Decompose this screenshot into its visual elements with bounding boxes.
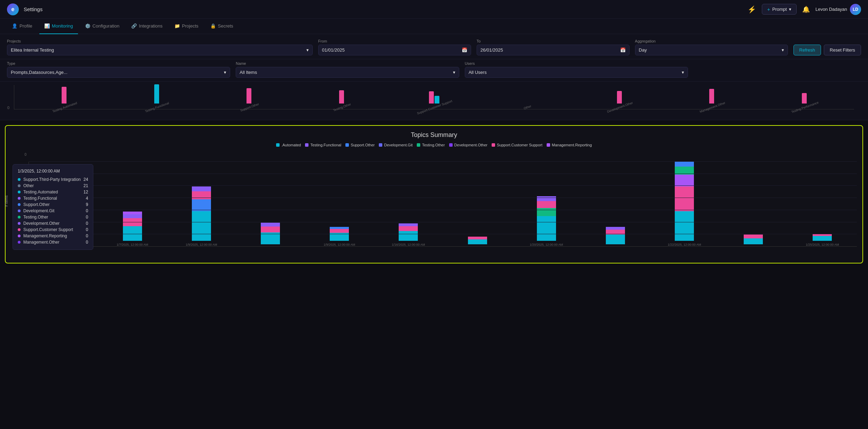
tooltip-dot — [18, 178, 21, 181]
bar-segment-magenta — [802, 93, 807, 104]
bar-stack — [247, 83, 251, 104]
profile-icon: 👤 — [12, 23, 17, 29]
users-select[interactable]: All Users ▾ — [465, 67, 688, 78]
nav-label-monitoring: Monitoring — [52, 23, 73, 29]
bar-group-other: Other — [480, 83, 573, 109]
bar-segment — [744, 238, 763, 244]
chevron-down-icon: ▾ — [789, 7, 791, 12]
refresh-button[interactable]: Refresh — [793, 45, 821, 55]
legend-label: Management.Reporting — [552, 143, 592, 147]
bar-segment-magenta — [429, 91, 434, 104]
legend-label: Support.Customer Support — [497, 143, 542, 147]
name-select[interactable]: All Items ▾ — [236, 67, 459, 78]
legend-color — [305, 143, 308, 147]
user-info[interactable]: Levon Dadayan LD — [815, 4, 861, 15]
to-label: To — [477, 39, 630, 43]
tooltip-item-name: Testing.Functional — [23, 196, 83, 201]
tooltip-row: Support.Third-Party Integration 24 — [18, 176, 88, 183]
nav-item-integrations[interactable]: 🔗 Integrations — [126, 19, 167, 34]
tooltip-item-name: Development.Other — [23, 221, 83, 226]
tooltip-dot — [18, 228, 21, 231]
bar-segment — [675, 175, 694, 186]
bar-segment-magenta — [617, 91, 622, 104]
nav-item-monitoring[interactable]: 📊 Monitoring — [39, 19, 78, 34]
bar-segment — [813, 236, 832, 241]
tooltip-dot — [18, 184, 21, 187]
tooltip-dot — [18, 209, 21, 212]
type-filter: Type Prompts,Datasources,Age... ▾ — [7, 61, 230, 78]
tooltip-row: Management.Other 0 — [18, 239, 88, 245]
bar-segment — [675, 186, 694, 211]
bar-segment — [537, 201, 556, 208]
bar-label: Other — [523, 104, 532, 110]
projects-value: Elitea Internal Testing — [11, 47, 54, 53]
chart-bar-group — [240, 223, 302, 246]
aggregation-select[interactable]: Day ▾ — [635, 45, 788, 55]
type-label: Type — [7, 61, 230, 66]
header: e Settings ⚡ + Prompt ▾ 🔔 Levon Dadayan … — [0, 0, 868, 19]
prompt-label: Prompt — [772, 7, 787, 12]
x-axis-label: 1/20/2025, 12:00:00 AM — [530, 243, 563, 246]
nav-item-projects[interactable]: 📁 Projects — [170, 19, 203, 34]
monitoring-icon: 📊 — [44, 23, 50, 29]
type-select[interactable]: Prompts,Datasources,Age... ▾ — [7, 67, 230, 78]
bar-group-testing-perf: Testing.Performance — [758, 83, 851, 109]
stacked-bar — [606, 227, 625, 244]
name-filter: Name All Items ▾ — [236, 61, 459, 78]
tooltip-dot — [18, 191, 21, 193]
projects-select[interactable]: Elitea Internal Testing ▾ — [7, 45, 313, 55]
tooltip-row: Development.Git 0 — [18, 208, 88, 214]
chart-bar-group: 1/16/2025, 12:00:00 AM — [377, 223, 439, 246]
bar-segment-magenta — [62, 87, 67, 104]
tooltip-dot — [18, 216, 21, 219]
tooltip-item-value: 0 — [86, 227, 88, 232]
tooltip-item-name: Development.Git — [23, 208, 83, 213]
stacked-bar — [123, 212, 142, 241]
legend-item-customer-support: Support.Customer Support — [492, 143, 542, 147]
tooltip-item-name: Support.Other — [23, 202, 83, 207]
chart-bar-group — [584, 227, 646, 246]
name-label: Name — [236, 61, 459, 66]
notification-icon[interactable]: 🔔 — [802, 6, 810, 13]
bar-segment — [537, 216, 556, 241]
nav-label-integrations: Integrations — [139, 23, 163, 29]
tooltip-item-name: Testing.Automated — [23, 190, 81, 194]
legend-label: Testing.Other — [422, 143, 445, 147]
bar-segment — [123, 226, 142, 241]
from-input[interactable]: 01/01/2025 📅 — [318, 45, 471, 55]
bar-segment — [192, 186, 211, 191]
bar-segment-cyan — [154, 84, 159, 104]
bar-stack — [339, 83, 344, 104]
prompt-button[interactable]: + Prompt ▾ — [762, 4, 797, 15]
user-name: Levon Dadayan — [815, 7, 847, 12]
bar-group-support-customer: Support.Customer Support — [388, 83, 480, 109]
to-input[interactable]: 26/01/2025 📅 — [477, 45, 630, 55]
aggregation-filter: Aggregation Day ▾ — [635, 39, 788, 55]
x-axis-label: 1/9/2025, 12:00:00 AM — [323, 243, 355, 246]
bar-segment-magenta — [339, 90, 344, 104]
app-logo: e — [7, 3, 19, 15]
bar-segment — [399, 231, 418, 241]
from-label: From — [318, 39, 471, 43]
legend-item-testing-other: Testing.Other — [417, 143, 445, 147]
chart-bar-group — [446, 237, 508, 246]
nav-item-configuration[interactable]: ⚙️ Configuration — [80, 19, 124, 34]
top-bar-chart: 0 Testing.Automated Testing.Functional S… — [0, 82, 868, 120]
tooltip-item-name: Management.Other — [23, 240, 83, 245]
bar-group-testing-automated: Testing.Automated — [18, 83, 110, 109]
header-left: e Settings — [7, 3, 42, 15]
projects-label: Projects — [7, 39, 313, 43]
bar-segment — [675, 211, 694, 241]
reset-filters-button[interactable]: Reset Filters — [824, 45, 861, 55]
nav-item-profile[interactable]: 👤 Profile — [7, 19, 37, 34]
chart-bar-group: 1/7/2025, 12:00:00 AM — [101, 212, 163, 246]
nav-item-secrets[interactable]: 🔒 Secrets — [205, 19, 238, 34]
chevron-down-icon: ▾ — [682, 70, 684, 75]
tooltip-dot — [18, 222, 21, 225]
users-value: All Users — [469, 70, 487, 75]
user-avatar: LD — [850, 4, 861, 15]
x-axis-label: 1/16/2025, 12:00:00 AM — [392, 243, 425, 246]
graph-icon: ⚡ — [748, 5, 756, 14]
nav-label-profile: Profile — [19, 23, 32, 29]
tooltip-row: Other 21 — [18, 183, 88, 189]
